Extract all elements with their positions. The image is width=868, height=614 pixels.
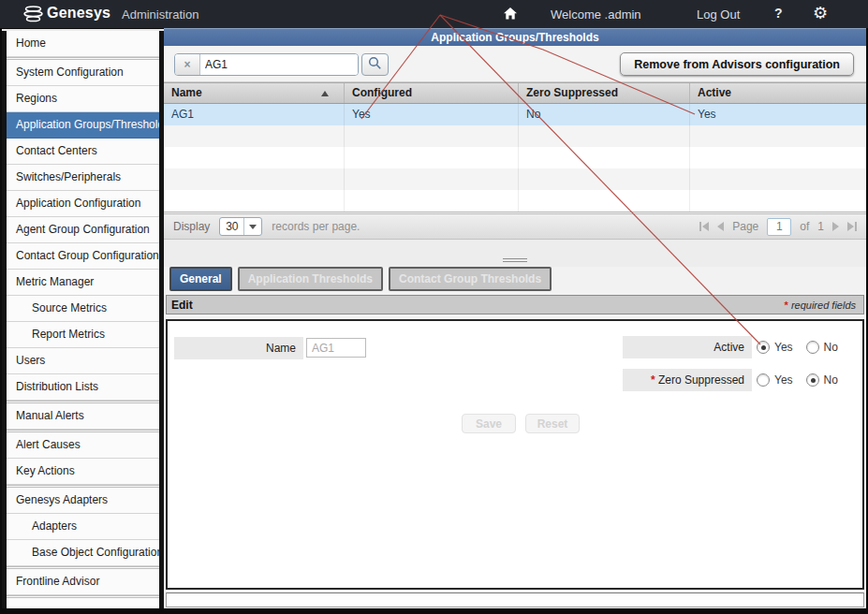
sidebar-item-key-actions[interactable]: Key Actions xyxy=(7,459,159,485)
display-label: Display xyxy=(173,220,210,233)
table-cell[interactable]: Yes xyxy=(690,104,866,125)
table-cell xyxy=(519,168,690,190)
edit-title: Edit xyxy=(167,299,193,312)
column-header-active[interactable]: Active xyxy=(690,83,866,103)
search-input[interactable] xyxy=(200,54,358,75)
sidebar-item-genesys-adapters[interactable]: Genesys Adapters xyxy=(7,485,159,514)
column-header-configured[interactable]: Configured xyxy=(345,83,519,103)
radio-active-no-label: No xyxy=(824,341,838,354)
edit-bar: Edit * required fields xyxy=(166,295,864,314)
splitter-handle[interactable] xyxy=(503,258,527,262)
last-page-button xyxy=(847,222,857,231)
pager-controls: Page of 1 xyxy=(699,218,857,236)
table-cell[interactable]: AG1 xyxy=(164,104,345,125)
table-row-empty xyxy=(164,168,866,190)
sidebar-item-base-object-configuration[interactable]: Base Object Configuration xyxy=(7,540,159,566)
pagination-bar: Display 30 records per page. Page of 1 xyxy=(164,213,866,240)
radio-active-no[interactable] xyxy=(806,341,819,354)
sidebar-item-application-groups-thresholds[interactable]: Application Groups/Thresholds xyxy=(7,112,159,139)
name-input xyxy=(306,338,366,358)
table-cell xyxy=(690,147,866,168)
records-per-page-label: records per page. xyxy=(272,220,360,233)
sidebar-item-manual-alerts[interactable]: Manual Alerts xyxy=(7,401,159,430)
table-cell[interactable]: Yes xyxy=(345,104,519,125)
radio-active-yes[interactable] xyxy=(757,341,770,354)
active-radio-group: Yes No xyxy=(757,341,838,354)
log-out-link[interactable]: Log Out xyxy=(697,7,740,22)
page-title: Application Groups/Thresholds xyxy=(164,28,866,46)
zero-suppressed-label: * Zero Suppressed xyxy=(623,369,752,391)
page-number-input[interactable] xyxy=(767,218,791,236)
help-icon[interactable]: ? xyxy=(774,6,783,21)
table-row-empty xyxy=(164,147,866,168)
table-row[interactable]: AG1YesNoYes xyxy=(164,104,866,125)
first-page-button xyxy=(699,222,709,231)
radio-zero-suppressed-no[interactable] xyxy=(806,373,819,387)
table-cell[interactable]: No xyxy=(519,104,690,125)
table-cell xyxy=(164,125,345,147)
sidebar-item-regions[interactable]: Regions xyxy=(7,86,159,112)
table-cell xyxy=(519,125,690,147)
sidebar-item-distribution-lists[interactable]: Distribution Lists xyxy=(7,374,159,401)
sidebar-item-system-configuration[interactable]: System Configuration xyxy=(7,57,159,86)
toolbar: × Remove from Advisors configuration xyxy=(164,46,866,82)
home-icon[interactable] xyxy=(503,7,518,24)
table-cell xyxy=(519,190,690,212)
top-bar: Genesys Administration Welcome .admin Lo… xyxy=(0,0,868,28)
tab-bar: GeneralApplication ThresholdsContact Gro… xyxy=(169,267,552,291)
search-icon xyxy=(368,56,382,74)
sidebar-item-metric-manager[interactable]: Metric Manager xyxy=(7,270,159,296)
next-page-button xyxy=(832,222,839,231)
column-header-zero-suppressed[interactable]: Zero Suppressed xyxy=(519,83,690,103)
search-field-wrap: × xyxy=(174,53,359,76)
splitter-strip xyxy=(164,240,866,267)
previous-page-button xyxy=(717,222,724,231)
of-label: of xyxy=(800,220,809,233)
required-note: * required fields xyxy=(785,300,863,311)
sidebar-item-report-metrics[interactable]: Report Metrics xyxy=(7,322,159,348)
clear-search-button[interactable]: × xyxy=(175,54,200,75)
sidebar-item-switches-peripherals[interactable]: Switches/Peripherals xyxy=(7,165,159,191)
application-window: Genesys Administration Welcome .admin Lo… xyxy=(0,0,868,614)
data-grid: NameConfiguredZero SuppressedActive AG1Y… xyxy=(164,82,866,212)
sidebar-item-home[interactable]: Home xyxy=(7,31,159,57)
sidebar-item-application-configuration[interactable]: Application Configuration xyxy=(7,191,159,217)
select-divider xyxy=(243,218,244,235)
tab-contact-group-thresholds[interactable]: Contact Group Thresholds xyxy=(389,267,552,291)
sidebar-item-contact-group-configuration[interactable]: Contact Group Configuration xyxy=(7,243,159,270)
table-cell xyxy=(345,147,519,168)
search-button[interactable] xyxy=(361,53,389,76)
save-button: Save xyxy=(462,414,516,433)
x-icon: × xyxy=(184,58,190,71)
sidebar-item-adapters[interactable]: Adapters xyxy=(7,514,159,540)
sidebar-item-agent-group-configuration[interactable]: Agent Group Configuration xyxy=(7,217,159,243)
required-asterisk: * xyxy=(651,373,655,387)
table-row-empty xyxy=(164,125,866,147)
radio-zero-suppressed-yes[interactable] xyxy=(757,373,770,387)
settings-gear-icon[interactable]: ⚙ xyxy=(813,3,828,23)
radio-active-yes-label: Yes xyxy=(774,341,793,354)
grid-divider xyxy=(164,212,866,212)
bottom-strip xyxy=(166,592,864,607)
table-cell xyxy=(345,125,519,147)
column-header-name[interactable]: Name xyxy=(164,83,345,103)
table-cell xyxy=(519,147,690,168)
remove-from-advisors-button[interactable]: Remove from Advisors configuration xyxy=(620,52,854,76)
table-cell xyxy=(690,125,866,147)
sidebar-item-contact-centers[interactable]: Contact Centers xyxy=(7,139,159,165)
table-cell xyxy=(345,168,519,190)
tab-general[interactable]: General xyxy=(169,267,232,291)
table-cell xyxy=(690,190,866,212)
sidebar-filler xyxy=(7,595,159,608)
total-pages: 1 xyxy=(817,220,824,233)
sidebar-item-users[interactable]: Users xyxy=(7,348,159,374)
sidebar-item-frontline-advisor[interactable]: Frontline Advisor xyxy=(7,566,159,595)
table-cell xyxy=(164,147,345,168)
sidebar-item-alert-causes[interactable]: Alert Causes xyxy=(7,430,159,459)
sidebar-item-source-metrics[interactable]: Source Metrics xyxy=(7,296,159,322)
page-size-select[interactable]: 30 xyxy=(219,217,262,236)
tab-application-thresholds[interactable]: Application Thresholds xyxy=(238,267,383,291)
search-group: × xyxy=(174,53,389,76)
brand-title: Genesys xyxy=(47,5,110,22)
table-row-empty xyxy=(164,190,866,212)
